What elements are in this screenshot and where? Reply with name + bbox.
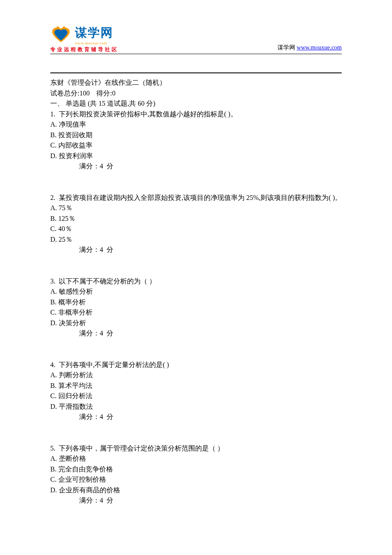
question-option: A. 净现值率 — [50, 119, 342, 130]
header-right-label: 谋学网 — [277, 44, 295, 51]
logo-tagline: 专业远程教育辅导社区 — [50, 46, 118, 53]
spacer — [50, 172, 342, 193]
question-option: C. 企业可控制价格 — [50, 474, 342, 485]
logo-sub-text: www.mouxue.com — [75, 41, 113, 45]
logo-icon — [50, 26, 72, 44]
question-score: 满分：4 分 — [50, 328, 342, 339]
svg-point-0 — [57, 26, 59, 29]
question-text: 5. 下列各项中，属于管理会计定价决策分析范围的是（ ） — [50, 443, 342, 454]
question-option: D. 企业所有商品的价格 — [50, 485, 342, 496]
question-option: D. 决策分析 — [50, 318, 342, 329]
logo-text-block: 谋学网 www.mouxue.com — [75, 25, 113, 45]
question-option: B. 概率分析 — [50, 297, 342, 308]
question-option: B. 投资回收期 — [50, 130, 342, 141]
document-header: 谋学网 www.mouxue.com 专业远程教育辅导社区 谋学网 www.mo… — [50, 25, 342, 53]
question-option: D. 25％ — [50, 234, 342, 245]
question-option: C. 40％ — [50, 224, 342, 234]
question-option: A. 垄断价格 — [50, 454, 342, 464]
spacer — [50, 339, 342, 360]
header-right: 谋学网 www.mouxue.com — [277, 44, 342, 52]
question-text: 4. 下列各项中,不属于定量分析法的是( ) — [50, 360, 342, 370]
svg-point-1 — [63, 26, 65, 29]
question-option: D. 投资利润率 — [50, 151, 342, 162]
score-summary: 试卷总分:100 得分:0 — [50, 88, 342, 99]
question-score: 满分：4 分 — [50, 245, 342, 255]
question-option: B. 125％ — [50, 214, 342, 224]
header-divider — [50, 54, 342, 54]
logo-top-row: 谋学网 www.mouxue.com — [50, 25, 118, 45]
logo-block: 谋学网 www.mouxue.com 专业远程教育辅导社区 — [50, 25, 118, 53]
logo-main-text: 谋学网 — [75, 25, 113, 41]
question-option: A. 判断分析法 — [50, 370, 342, 381]
question-score: 满分：4 分 — [50, 495, 342, 506]
spacer — [50, 255, 342, 276]
question-option: C. 非概率分析 — [50, 307, 342, 318]
question-text: 1. 下列长期投资决策评价指标中,其数值越小越好的指标是( )。 — [50, 109, 342, 120]
question-text: 3. 以下不属于不确定分析的为（ ） — [50, 276, 342, 287]
question-option: D. 平滑指数法 — [50, 402, 342, 412]
question-score: 满分：4 分 — [50, 412, 342, 422]
document-content: 东财《管理会计》在线作业二（随机） 试卷总分:100 得分:0 一、 单选题 (… — [50, 72, 342, 506]
question-option: B. 完全自由竞争价格 — [50, 464, 342, 475]
section-header: 一、 单选题 (共 15 道试题,共 60 分) — [50, 98, 342, 109]
header-right-link[interactable]: www.mouxue.com — [297, 44, 342, 51]
spacer — [50, 422, 342, 443]
question-option: B. 算术平均法 — [50, 381, 342, 391]
question-option: A. 敏感性分析 — [50, 286, 342, 297]
question-option: C. 回归分析法 — [50, 391, 342, 402]
document-title: 东财《管理会计》在线作业二（随机） — [50, 78, 342, 88]
question-score: 满分：4 分 — [50, 161, 342, 172]
question-option: A. 75％ — [50, 203, 342, 214]
question-option: C. 内部收益率 — [50, 140, 342, 151]
question-text: 2. 某投资项目在建设期内投入全部原始投资,该项目的净现值率为 25%,则该项目… — [50, 193, 342, 203]
